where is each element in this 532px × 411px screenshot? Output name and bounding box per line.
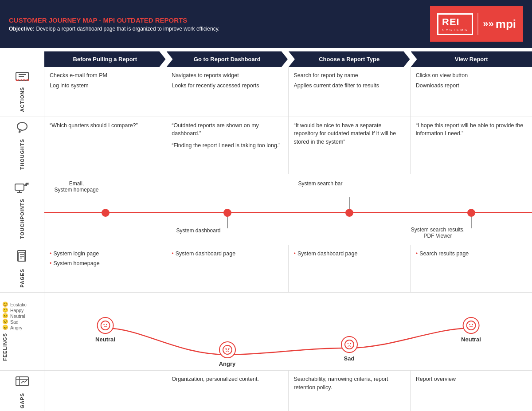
legend-sad: 😟Sad	[2, 319, 27, 325]
svg-rect-2	[19, 76, 24, 77]
pages-cell-2: •System dashboard page	[166, 245, 288, 292]
tp-label-3-above: System search bar	[292, 180, 349, 187]
angry-label: Angry	[219, 360, 236, 367]
actions-cell-2: Navigates to reports widget Looks for re…	[166, 67, 288, 117]
thoughts-label: THOUGHTS	[0, 117, 44, 174]
thoughts-cell-2: “Outdated reports are shown on my dashbo…	[166, 117, 288, 174]
feelings-curve	[44, 293, 532, 370]
neutral-label-1: Neutral	[95, 336, 115, 343]
svg-point-15	[101, 321, 110, 330]
gaps-cell-4: Report overview	[411, 371, 532, 411]
touchpoints-label: TOUCHPOINTS	[0, 174, 44, 245]
thoughts-label-text: THOUGHTS	[20, 139, 25, 170]
pages-row: PAGES •System login page •System homepag…	[0, 245, 532, 293]
tp-dot-4	[467, 209, 475, 217]
feeling-point-2: Angry	[219, 341, 236, 367]
pages-cells: •System login page •System homepage •Sys…	[44, 245, 532, 292]
actions-cell-3: Search for report by name Applies curren…	[289, 67, 411, 117]
feelings-label-text: FEELINGS	[2, 333, 8, 361]
stage-headers: Before Pulling a Report Go to Report Das…	[44, 51, 532, 67]
pages-icon	[16, 250, 28, 266]
svg-point-17	[106, 324, 107, 325]
svg-point-27	[466, 321, 475, 330]
svg-text:ACTION: ACTION	[16, 78, 29, 82]
stage-header-2: Go to Report Dashboard	[167, 51, 288, 67]
svg-point-29	[472, 324, 473, 325]
gaps-row: GAPS Organization, personalized content.…	[0, 371, 532, 411]
stage-header-1: Before Pulling a Report	[44, 51, 166, 67]
feelings-row: 😊Ecstatic 🙂Happy 😐Neutral 😟Sad 😠Angry FE…	[0, 293, 532, 371]
svg-rect-1	[19, 74, 26, 75]
mpi-chevrons-icon: »»	[483, 18, 493, 30]
gaps-label-text: GAPS	[20, 393, 25, 408]
actions-cell-4: Clicks on view button Downloads report	[411, 67, 532, 117]
actions-icon: ACTION	[15, 71, 29, 84]
legend-angry: 😠Angry	[2, 325, 27, 330]
svg-point-26	[350, 343, 351, 344]
neutral-face-1	[97, 317, 113, 334]
stage-header-3: Choose a Report Type	[289, 51, 410, 67]
mpi-logo: »»mpi	[483, 17, 516, 31]
touchpoints-row: TOUCHPOINTS Email,System homepage System…	[0, 174, 532, 245]
tp-dot-1	[102, 209, 110, 217]
pages-label-text: PAGES	[20, 269, 25, 288]
thoughts-row: THOUGHTS “Which quarters should I compar…	[0, 117, 532, 175]
pages-label: PAGES	[0, 245, 44, 292]
rei-logo: REISYSTEMS	[437, 13, 473, 35]
tp-label-4-below: System search results,PDF Viewer	[405, 227, 471, 239]
gaps-icon	[15, 375, 29, 390]
actions-cell-1: Checks e-mail from PM Log into system	[44, 67, 166, 117]
logo-area: REISYSTEMS »»mpi	[430, 6, 523, 42]
gaps-label: GAPS	[0, 371, 44, 411]
tp-label-1-above: Email,System homepage	[48, 180, 106, 193]
neutral-label-2: Neutral	[461, 336, 481, 343]
touchpoints-icon	[14, 180, 30, 196]
actions-label-text: ACTIONS	[20, 87, 25, 112]
svg-point-19	[223, 345, 232, 354]
svg-point-25	[347, 343, 348, 344]
feelings-content: Neutral Angry	[44, 293, 532, 370]
gaps-cell-2: Organization, personalized content.	[166, 371, 288, 411]
feeling-point-4: Neutral	[461, 317, 481, 343]
pages-cell-1: •System login page •System homepage	[44, 245, 166, 292]
feelings-legend: 😊Ecstatic 🙂Happy 😐Neutral 😟Sad 😠Angry	[2, 301, 27, 330]
thoughts-cells: “Which quarters should I compare?” “Outd…	[44, 117, 532, 174]
actions-row: ACTION ACTIONS Checks e-mail from PM Log…	[0, 67, 532, 117]
svg-rect-11	[19, 252, 25, 261]
gaps-cell-1	[44, 371, 166, 411]
sad-label: Sad	[344, 355, 355, 362]
stage-header-4: View Report	[411, 51, 532, 67]
svg-point-16	[103, 324, 104, 325]
actions-label: ACTION ACTIONS	[0, 67, 44, 117]
header: CUSTOMER JOURNEY MAP - MPI OUTDATED REPO…	[0, 0, 532, 48]
gaps-cell-3: Searchability, narrowing criteria, repor…	[289, 371, 411, 411]
touchpoints-content: Email,System homepage System dashboard S…	[44, 174, 532, 245]
svg-rect-7	[15, 184, 24, 190]
pages-cell-3: •System dashboard page	[289, 245, 411, 292]
logo-divider	[477, 13, 478, 35]
legend-happy: 🙂Happy	[2, 307, 27, 313]
gaps-cells: Organization, personalized content. Sear…	[44, 371, 532, 411]
timeline-line	[44, 212, 532, 213]
svg-line-22	[225, 348, 227, 349]
touchpoints-label-text: TOUCHPOINTS	[20, 199, 25, 239]
svg-point-28	[469, 324, 470, 325]
pages-cell-4: •Search results page	[411, 245, 532, 292]
thoughts-cell-1: “Which quarters should I compare?”	[44, 117, 166, 174]
header-left: CUSTOMER JOURNEY MAP - MPI OUTDATED REPO…	[9, 16, 219, 32]
feeling-point-3: Sad	[341, 336, 358, 362]
neutral-face-2	[462, 317, 479, 334]
objective: Objective: Develop a report dashboard pa…	[9, 26, 219, 32]
legend-neutral: 😐Neutral	[2, 313, 27, 319]
svg-point-4	[17, 122, 27, 130]
sad-face	[341, 336, 358, 353]
svg-line-23	[228, 348, 229, 349]
legend-ecstatic: 😊Ecstatic	[2, 301, 27, 307]
svg-point-6	[19, 131, 20, 133]
tp-dot-3	[345, 209, 353, 217]
feelings-label: 😊Ecstatic 🙂Happy 😐Neutral 😟Sad 😠Angry FE…	[0, 293, 44, 370]
tp-label-2-below: System dashboard	[170, 227, 227, 234]
tp-dot-2	[223, 209, 231, 217]
feeling-point-1: Neutral	[95, 317, 115, 343]
actions-cells: Checks e-mail from PM Log into system Na…	[44, 67, 532, 117]
